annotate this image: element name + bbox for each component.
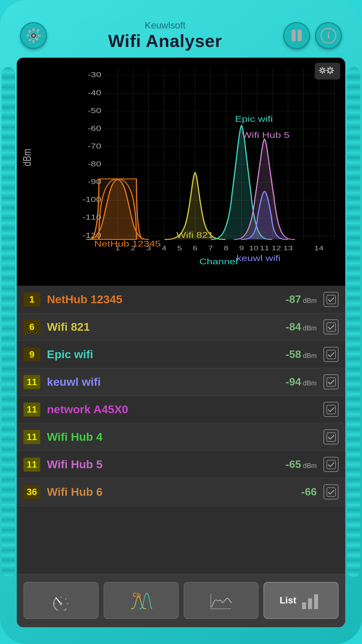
signal-value: -65 dBm [286,458,317,471]
svg-text:Channel: Channel [199,257,238,266]
network-name: NetHub 12345 [47,293,286,306]
svg-text:keuwl wifi: keuwl wifi [236,254,281,263]
chart-settings-button[interactable] [315,63,340,79]
network-list-item[interactable]: 1NetHub 12345-87 dBm [17,286,345,313]
wifi-chart: -30 -40 -50 -60 -70 -80 -90 -100 -110 -1… [17,58,345,286]
svg-text:12: 12 [272,245,281,252]
list-button-label: List [280,595,296,606]
svg-rect-12 [292,30,296,41]
svg-text:i: i [327,30,330,41]
svg-point-17 [322,70,323,71]
signal-value: -87 dBm [286,293,317,306]
svg-text:7: 7 [208,245,213,252]
main-panel: -30 -40 -50 -60 -70 -80 -90 -100 -110 -1… [17,58,345,627]
svg-text:Wifi 821: Wifi 821 [176,230,214,239]
svg-text:dBm: dBm [21,149,33,166]
svg-rect-6 [28,30,32,33]
svg-text:10: 10 [249,245,258,252]
network-list-item[interactable]: 11network A45X0 [17,396,345,423]
network-checkbox[interactable] [323,319,339,334]
svg-rect-98 [327,433,336,441]
channel-number: 9 [23,347,40,362]
svg-text:5: 5 [177,245,182,252]
svg-text:14: 14 [314,245,324,252]
network-name: Wifi Hub 6 [47,485,301,498]
svg-rect-112 [302,602,306,609]
svg-rect-8 [36,29,40,33]
signal-value: -66 [301,486,317,498]
svg-text:8: 8 [224,245,228,252]
channel-number: 11 [23,458,40,472]
svg-line-24 [324,68,325,69]
svg-text:NetHub 12345: NetHub 12345 [94,239,161,249]
svg-text:-30: -30 [88,71,101,79]
network-name: network A45X0 [47,403,317,416]
svg-text:9: 9 [239,245,244,252]
svg-rect-2 [33,28,35,31]
app-header: Keuwlsoft Wifi Analyser i [17,20,345,51]
svg-text:-50: -50 [88,107,101,114]
svg-rect-114 [314,594,318,609]
network-list-item[interactable]: 6Wifi 821-84 dBm [17,313,345,341]
network-checkbox[interactable] [323,457,339,472]
svg-text:4: 4 [162,245,167,252]
svg-line-22 [320,68,321,69]
network-checkbox[interactable] [323,484,339,499]
nav-signal-button[interactable] [23,582,99,619]
channel-number: 11 [23,430,40,444]
app-title: Keuwlsoft Wifi Analyser [108,20,222,51]
pause-button[interactable] [283,22,310,49]
nav-history-button[interactable] [184,582,259,619]
svg-rect-99 [327,460,336,469]
svg-rect-95 [327,350,336,359]
svg-rect-113 [308,598,312,609]
svg-line-23 [324,72,325,73]
svg-line-35 [327,72,328,73]
svg-rect-9 [28,38,32,42]
network-list-item[interactable]: 11keuwl wifi-94 dBm [17,368,345,396]
info-button[interactable]: i [315,22,342,49]
signal-value: -84 dBm [286,321,317,333]
network-checkbox[interactable] [323,374,339,389]
nav-channel-button[interactable]: Ch [104,582,179,619]
network-name: keuwl wifi [47,375,286,388]
network-list: 1NetHub 12345-87 dBm 6Wifi 821-84 dBm 9E… [17,286,345,574]
svg-text:Epic wifi: Epic wifi [235,115,273,124]
svg-text:13: 13 [283,245,293,252]
svg-rect-13 [298,30,302,41]
svg-text:11: 11 [260,245,269,252]
network-checkbox[interactable] [323,402,339,417]
svg-rect-94 [327,323,336,331]
network-list-item[interactable]: 11Wifi Hub 4 [17,423,345,451]
network-list-item[interactable]: 9Epic wifi-58 dBm [17,341,345,368]
channel-number: 11 [23,402,40,417]
svg-point-27 [329,69,331,72]
settings-button[interactable] [20,22,47,49]
network-list-item[interactable]: 11Wifi Hub 5-65 dBm [17,451,345,478]
network-list-item[interactable]: 36Wifi Hub 6-66 [17,478,345,506]
svg-rect-100 [327,488,336,496]
svg-text:-70: -70 [88,142,101,150]
svg-rect-97 [327,405,336,414]
network-checkbox[interactable] [323,292,339,307]
svg-point-103 [60,602,62,605]
app-name: Wifi Analyser [108,31,222,51]
network-name: Epic wifi [47,348,286,361]
signal-value: -58 dBm [286,348,317,361]
channel-number: 11 [23,375,40,389]
nav-list-button[interactable]: List [263,582,339,619]
network-checkbox[interactable] [323,429,339,444]
svg-text:-80: -80 [88,160,101,168]
svg-line-108 [65,598,66,599]
svg-rect-96 [327,378,336,386]
channel-number: 1 [23,292,40,307]
svg-line-33 [332,72,333,73]
signal-value: -94 dBm [286,376,317,388]
channel-number: 36 [23,485,40,499]
network-checkbox[interactable] [323,347,339,362]
svg-rect-5 [38,35,41,37]
svg-rect-3 [33,40,35,43]
chart-area: -30 -40 -50 -60 -70 -80 -90 -100 -110 -1… [17,58,345,286]
svg-text:-60: -60 [88,124,101,132]
brand-name: Keuwlsoft [108,20,222,31]
